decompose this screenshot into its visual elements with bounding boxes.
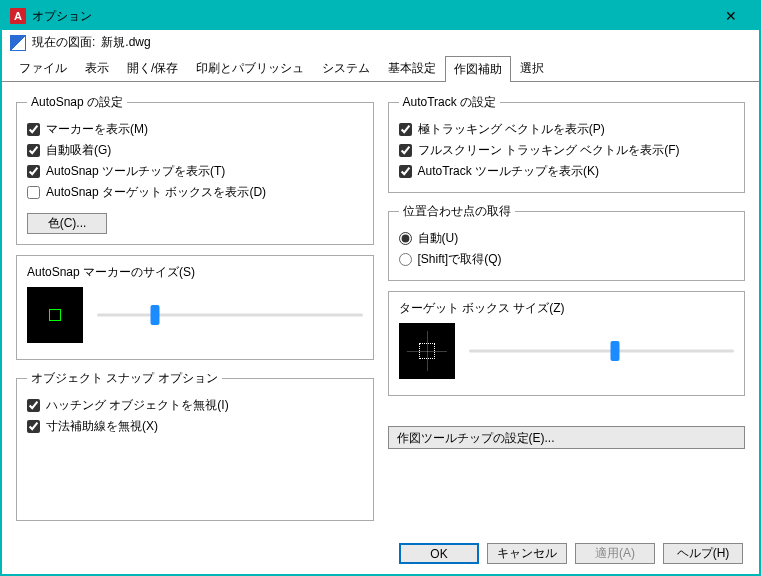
toolbar: 現在の図面: 新規.dwg (2, 30, 759, 55)
osnap-options-legend: オブジェクト スナップ オプション (27, 370, 222, 387)
right-column: AutoTrack の設定 極トラッキング ベクトルを表示(P) フルスクリーン… (388, 94, 746, 521)
autotrack-settings-group: AutoTrack の設定 極トラッキング ベクトルを表示(P) フルスクリーン… (388, 94, 746, 193)
tab-prefs[interactable]: 基本設定 (379, 55, 445, 81)
tooltip-settings-button[interactable]: 作図ツールチップの設定(E)... (388, 426, 746, 449)
tab-system[interactable]: システム (313, 55, 379, 81)
slider-thumb[interactable] (610, 341, 619, 361)
checkbox-aperture[interactable]: AutoSnap ターゲット ボックスを表示(D) (27, 182, 363, 203)
checkbox-fullscreen-track-input[interactable] (399, 144, 412, 157)
checkbox-marker[interactable]: マーカーを表示(M) (27, 119, 363, 140)
checkbox-ignore-ext-input[interactable] (27, 420, 40, 433)
checkbox-ignore-ext[interactable]: 寸法補助線を無視(X) (27, 416, 363, 437)
checkbox-autosnap-tooltip-input[interactable] (27, 165, 40, 178)
checkbox-ignore-hatch-input[interactable] (27, 399, 40, 412)
radio-shift[interactable]: [Shift]で取得(Q) (399, 249, 735, 270)
alignment-legend: 位置合わせ点の取得 (399, 203, 515, 220)
marker-size-label: AutoSnap マーカーのサイズ(S) (27, 264, 363, 281)
drawing-icon (10, 35, 26, 51)
tab-file[interactable]: ファイル (10, 55, 76, 81)
radio-auto[interactable]: 自動(U) (399, 228, 735, 249)
checkbox-polar-input[interactable] (399, 123, 412, 136)
target-size-group: ターゲット ボックス サイズ(Z) (388, 291, 746, 396)
osnap-options-group: オブジェクト スナップ オプション ハッチング オブジェクトを無視(I) 寸法補… (16, 370, 374, 521)
left-column: AutoSnap の設定 マーカーを表示(M) 自動吸着(G) AutoSnap… (16, 94, 374, 521)
marker-preview (27, 287, 83, 343)
checkbox-autotrack-tooltip[interactable]: AutoTrack ツールチップを表示(K) (399, 161, 735, 182)
tab-selection[interactable]: 選択 (511, 55, 553, 81)
alignment-acquisition-group: 位置合わせ点の取得 自動(U) [Shift]で取得(Q) (388, 203, 746, 281)
tab-open-save[interactable]: 開く/保存 (118, 55, 187, 81)
autotrack-legend: AutoTrack の設定 (399, 94, 501, 111)
target-size-slider[interactable] (469, 341, 735, 361)
tab-plot[interactable]: 印刷とパブリッシュ (187, 55, 313, 81)
radio-auto-input[interactable] (399, 232, 412, 245)
autosnap-settings-group: AutoSnap の設定 マーカーを表示(M) 自動吸着(G) AutoSnap… (16, 94, 374, 245)
color-button[interactable]: 色(C)... (27, 213, 107, 234)
marker-size-slider[interactable] (97, 305, 363, 325)
tab-display[interactable]: 表示 (76, 55, 118, 81)
radio-shift-input[interactable] (399, 253, 412, 266)
checkbox-autosnap-tooltip[interactable]: AutoSnap ツールチップを表示(T) (27, 161, 363, 182)
checkbox-polar[interactable]: 極トラッキング ベクトルを表示(P) (399, 119, 735, 140)
checkbox-aperture-input[interactable] (27, 186, 40, 199)
help-button[interactable]: ヘルプ(H) (663, 543, 743, 564)
target-box-icon (419, 343, 435, 359)
target-size-label: ターゲット ボックス サイズ(Z) (399, 300, 735, 317)
current-drawing-name: 新規.dwg (101, 34, 150, 51)
square-marker-icon (49, 309, 61, 321)
close-icon[interactable]: ✕ (711, 8, 751, 24)
titlebar: A オプション ✕ (2, 2, 759, 30)
cancel-button[interactable]: キャンセル (487, 543, 567, 564)
dialog-footer: OK キャンセル 適用(A) ヘルプ(H) (2, 533, 759, 574)
current-drawing-label: 現在の図面: (32, 34, 95, 51)
marker-size-group: AutoSnap マーカーのサイズ(S) (16, 255, 374, 360)
checkbox-ignore-hatch[interactable]: ハッチング オブジェクトを無視(I) (27, 395, 363, 416)
target-preview (399, 323, 455, 379)
app-icon: A (10, 8, 26, 24)
window-title: オプション (32, 8, 711, 25)
tab-content: AutoSnap の設定 マーカーを表示(M) 自動吸着(G) AutoSnap… (2, 82, 759, 533)
apply-button[interactable]: 適用(A) (575, 543, 655, 564)
checkbox-autotrack-tooltip-input[interactable] (399, 165, 412, 178)
slider-thumb[interactable] (151, 305, 160, 325)
autosnap-legend: AutoSnap の設定 (27, 94, 127, 111)
tab-strip: ファイル 表示 開く/保存 印刷とパブリッシュ システム 基本設定 作図補助 選… (2, 55, 759, 82)
ok-button[interactable]: OK (399, 543, 479, 564)
checkbox-fullscreen-track[interactable]: フルスクリーン トラッキング ベクトルを表示(F) (399, 140, 735, 161)
checkbox-marker-input[interactable] (27, 123, 40, 136)
options-dialog: A オプション ✕ 現在の図面: 新規.dwg ファイル 表示 開く/保存 印刷… (0, 0, 761, 576)
checkbox-magnet[interactable]: 自動吸着(G) (27, 140, 363, 161)
checkbox-magnet-input[interactable] (27, 144, 40, 157)
tab-drafting[interactable]: 作図補助 (445, 56, 511, 82)
